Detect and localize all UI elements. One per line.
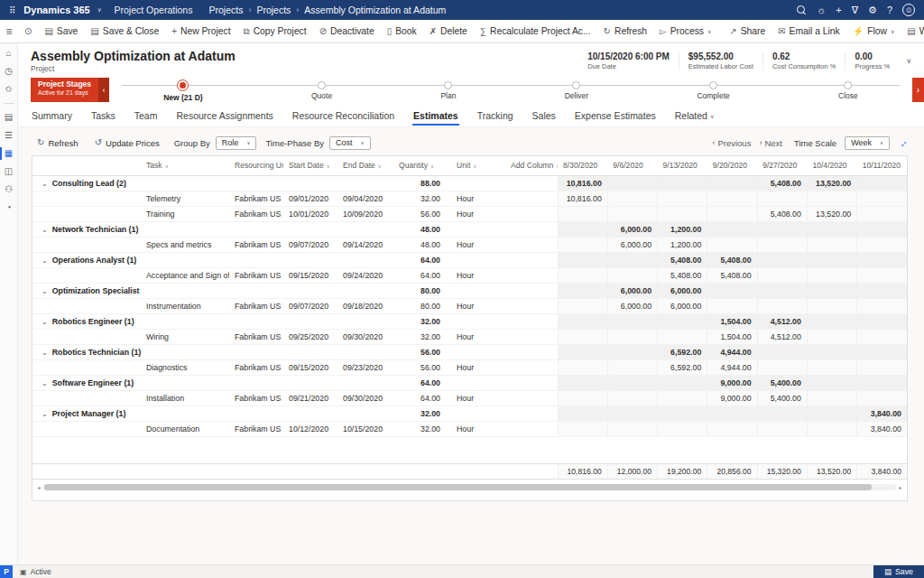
unit-cell[interactable] [451,283,505,298]
group-header-cell[interactable]: ⌄Robotics Engineer (1) [32,313,141,329]
time-scale-select[interactable]: Week ∨ [845,136,890,150]
resourcing-unit-cell[interactable]: Fabrikam US [229,206,283,221]
command-new-project[interactable]: +New Project [165,20,236,42]
task-cell[interactable]: Acceptance and Sign offs [141,267,229,283]
week-cell-9-27-2020[interactable]: 5,408.00 [757,206,807,221]
week-cell-10-11-2020[interactable]: 3,840.00 [857,406,907,421]
week-cell-9-27-2020[interactable] [757,221,807,237]
week-cell-10-4-2020[interactable] [807,344,856,359]
week-cell-9-13-2020[interactable]: 5,408.00 [658,252,707,267]
add-column-cell[interactable] [505,252,558,267]
group-header-cell[interactable]: ⌄Operations Analyst (1) [32,252,141,267]
column-header-resourcing-unit[interactable]: Resourcing Unit∨ [229,156,283,175]
save-button[interactable]: ▤ Save [873,565,924,578]
week-cell-9-27-2020[interactable]: 4,512.00 [757,329,807,344]
tab-tracking[interactable]: Tracking [476,107,514,126]
start-date-cell[interactable] [283,283,337,298]
end-date-cell[interactable] [337,406,393,421]
group-row-project-manager[interactable]: ⌄Project Manager (1)32.003,840.00 [32,406,907,421]
chevron-down-icon[interactable]: ⌄ [42,180,48,188]
week-cell-9-27-2020[interactable] [757,359,807,375]
group-row-network-technician[interactable]: ⌄Network Technician (1)48.006,000.001,20… [32,221,907,237]
scroll-right-icon[interactable]: ▸ [896,485,905,490]
week-cell-10-11-2020[interactable] [857,298,907,313]
start-date-cell[interactable] [283,252,337,267]
add-column-cell[interactable] [505,421,558,436]
resourcing-unit-cell[interactable] [229,313,283,329]
column-header-end-date[interactable]: End Date∨ [337,156,393,175]
week-cell-10-4-2020[interactable] [807,313,856,329]
start-date-cell[interactable]: 10/12/2020 [283,421,337,436]
group-header-cell[interactable]: ⌄Optimization Specialist (1) [32,283,141,298]
start-date-cell[interactable]: 09/15/2020 [283,359,337,375]
end-date-cell[interactable] [337,283,393,298]
waffle-icon[interactable]: ⠿ [9,5,16,15]
chevron-down-icon[interactable]: ⌄ [42,349,48,357]
resourcing-unit-cell[interactable] [229,221,283,237]
command-refresh[interactable]: ↻Refresh [597,20,653,42]
update-prices-button[interactable]: ↺ Update Prices [89,136,165,150]
chevron-down-icon[interactable]: ⌄ [42,226,48,234]
add-column-cell[interactable] [505,390,558,406]
command-record-button[interactable]: ⊙ [18,20,38,42]
command-deactivate[interactable]: ⊘Deactivate [313,20,381,42]
week-cell-10-4-2020[interactable] [807,329,856,344]
week-cell-9-20-2020[interactable] [707,206,757,221]
week-cell-9-13-2020[interactable] [658,313,707,329]
week-cell-9-13-2020[interactable] [658,175,707,191]
week-cell-8-30-2020[interactable]: 10,816.00 [558,175,607,191]
task-cell[interactable] [141,221,229,237]
tab-tasks[interactable]: Tasks [90,107,116,126]
quantity-cell[interactable]: 48.00 [393,237,451,252]
scroll-left-icon[interactable]: ◂ [34,485,43,490]
week-cell-9-6-2020[interactable] [607,421,657,436]
end-date-cell[interactable]: 09/04/2020 [337,191,393,206]
command-recalculate-project-ac[interactable]: ∑Recalculate Project Ac... [474,20,597,42]
unit-cell[interactable] [451,375,505,390]
unit-cell[interactable]: Hour [451,329,505,344]
week-cell-9-20-2020[interactable] [707,175,757,191]
tab-team[interactable]: Team [134,107,159,126]
add-column-cell[interactable] [505,375,558,390]
tab-resource-reconciliation[interactable]: Resource Reconciliation [291,107,395,126]
end-date-cell[interactable]: 09/30/2020 [337,390,393,406]
resourcing-unit-cell[interactable]: Fabrikam US [229,329,283,344]
end-date-cell[interactable]: 10/09/2020 [337,206,393,221]
filter-icon[interactable]: ∇ [852,5,858,15]
resourcing-unit-cell[interactable] [229,175,283,191]
resourcing-unit-cell[interactable]: Fabrikam US [229,267,283,283]
next-button[interactable]: › Next [759,138,782,148]
group-row-robotics-technician[interactable]: ⌄Robotics Technician (1)56.006,592.004,9… [32,344,907,359]
week-cell-8-30-2020[interactable] [558,329,607,344]
unit-cell[interactable]: Hour [451,421,505,436]
settings-icon[interactable]: ⚙ [868,5,877,15]
week-cell-9-27-2020[interactable]: 5,408.00 [757,175,807,191]
estimate-row-diagnostics[interactable]: DiagnosticsFabrikam US09/15/202009/23/20… [32,359,907,375]
week-cell-9-13-2020[interactable]: 6,592.00 [658,344,707,359]
resourcing-unit-cell[interactable] [229,344,283,359]
unit-cell[interactable] [451,313,505,329]
unit-cell[interactable]: Hour [451,237,505,252]
add-column-cell[interactable] [505,298,558,313]
week-cell-8-30-2020[interactable] [558,375,607,390]
task-cell[interactable] [141,375,229,390]
quantity-cell[interactable]: 32.00 [393,191,451,206]
quantity-cell[interactable]: 32.00 [393,329,451,344]
start-date-cell[interactable]: 09/01/2020 [283,191,337,206]
task-cell[interactable]: Wiring [141,329,229,344]
week-cell-9-20-2020[interactable] [707,283,757,298]
week-cell-8-30-2020[interactable]: 10,816.00 [558,191,607,206]
group-row-optimization-specialist[interactable]: ⌄Optimization Specialist (1)80.006,000.0… [32,283,907,298]
estimate-row-documentation[interactable]: DocumentationFabrikam US10/12/202010/15/… [32,421,907,436]
powerapps-badge[interactable]: P [0,565,13,578]
end-date-cell[interactable] [337,175,393,191]
week-cell-9-13-2020[interactable]: 6,592.00 [658,359,707,375]
group-header-cell[interactable]: ⌄Consulting Lead (2) [32,175,141,191]
unit-cell[interactable] [451,344,505,359]
week-cell-9-20-2020[interactable]: 5,408.00 [707,267,757,283]
estimate-row-training[interactable]: TrainingFabrikam US10/01/202010/09/20205… [32,206,907,221]
week-cell-9-6-2020[interactable] [607,390,657,406]
week-cell-9-20-2020[interactable] [707,221,757,237]
add-column-cell[interactable] [505,344,558,359]
end-date-cell[interactable]: 09/30/2020 [337,329,393,344]
